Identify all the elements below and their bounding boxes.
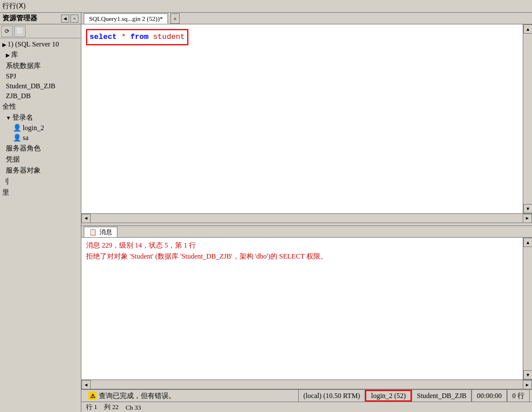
sidebar-pin-btn[interactable]: ◄ xyxy=(61,15,69,23)
results-panel: 📋 消息 消息 229，级别 14，状态 5，第 1 行 拒绝了对对象 'Stu… xyxy=(81,226,532,389)
sidebar-controls: ◄ × xyxy=(61,15,78,23)
results-messages: 消息 229，级别 14，状态 5，第 1 行 拒绝了对对象 'Student'… xyxy=(81,238,523,379)
hscroll-left-btn[interactable]: ◄ xyxy=(81,214,91,223)
results-content-row: 消息 229，级别 14，状态 5，第 1 行 拒绝了对对象 'Student'… xyxy=(81,238,532,379)
spj-label: SPJ xyxy=(6,72,16,81)
sidebar-tool-btn-1[interactable]: ⟳ xyxy=(1,26,13,37)
sidebar-close-btn[interactable]: × xyxy=(70,15,78,23)
close-tab-btn[interactable]: × xyxy=(170,13,180,24)
fuwujiaose-label: 服务器角色 xyxy=(6,144,41,153)
pingju-label: 凭据 xyxy=(6,155,20,164)
tree-item-fuwujiaose[interactable]: 服务器角色 xyxy=(1,143,80,154)
vscroll-up-btn[interactable]: ▲ xyxy=(523,24,532,34)
status-database: Student_DB_ZJB xyxy=(412,390,472,402)
error-line-2: 拒绝了对对象 'Student' (数据库 'Student_DB_ZJB'，架… xyxy=(86,251,518,262)
tab-label: SQLQuery1.sq...gin 2 (52))* xyxy=(89,15,163,22)
status-bar: ⚠ 查询已完成，但有错误。 (local) (10.50 RTM) login_… xyxy=(81,389,532,402)
expand-icon-denglu: ▼ xyxy=(6,115,11,121)
status-rows: 0 行 xyxy=(507,390,530,402)
col-indicator: 列 22 xyxy=(104,403,119,411)
sysdb-label: 系统数据库 xyxy=(6,61,41,71)
warning-icon: ⚠ xyxy=(88,392,97,400)
tab-bar: SQLQuery1.sq...gin 2 (52))* × xyxy=(81,13,532,24)
status-server: (local) (10.50 RTM) xyxy=(298,390,366,402)
tree-item-li[interactable]: 刂 xyxy=(1,176,80,187)
sa-label: sa xyxy=(23,134,28,142)
expand-icon: ▶ xyxy=(2,42,6,48)
li-label: 刂 xyxy=(2,177,9,187)
editor-wrapper: select * from student ▲ ▼ ◄ xyxy=(81,24,532,223)
tree-item-student-db[interactable]: Student_DB_ZJB xyxy=(1,81,80,91)
messages-tab-icon: 📋 xyxy=(89,228,97,236)
login2-label: login_2 xyxy=(23,124,44,132)
vscroll-down-btn[interactable]: ▼ xyxy=(523,204,532,213)
results-vscroll-down[interactable]: ▼ xyxy=(523,370,532,379)
sql-query-tab[interactable]: SQLQuery1.sq...gin 2 (52))* xyxy=(84,13,168,24)
sql-select-keyword: select xyxy=(90,33,117,41)
results-vscroll-track xyxy=(523,247,532,370)
row-indicator: 行 1 xyxy=(86,403,97,411)
tree-item-sa[interactable]: 👤 sa xyxy=(1,133,80,143)
sidebar-header: 资源管理器 ◄ × xyxy=(0,13,81,24)
tree-item-ku[interactable]: ▶ 库 xyxy=(1,49,80,60)
editor-row: select * from student ▲ ▼ xyxy=(81,24,532,213)
sql-editor[interactable]: select * from student xyxy=(81,24,523,213)
sql-code-box: select * from student xyxy=(86,29,188,45)
results-tab-bar: 📋 消息 xyxy=(81,226,532,238)
sidebar-tool-btn-2[interactable]: ⬜ xyxy=(14,26,26,37)
tree-item-login2[interactable]: 👤 login_2 xyxy=(1,123,80,133)
denglu-label: 登录名 xyxy=(12,113,33,123)
quanxing-label: 全性 xyxy=(2,102,16,112)
results-hscroll[interactable]: ◄ ► xyxy=(81,379,532,389)
results-vscroll-up[interactable]: ▲ xyxy=(523,238,532,247)
results-vscroll[interactable]: ▲ ▼ xyxy=(523,238,532,379)
tree-item-li2[interactable]: 里 xyxy=(1,187,80,198)
results-hscroll-track xyxy=(91,380,523,389)
tree-item-denglu[interactable]: ▼ 登录名 xyxy=(1,112,80,123)
zjb-db-label: ZJB_DB xyxy=(6,92,31,101)
coordinate-bar: 行 1 列 22 Ch 33 xyxy=(81,402,532,412)
sidebar-toolbar: ⟳ ⬜ xyxy=(0,24,81,38)
sql-star: * xyxy=(122,33,131,41)
messages-tab[interactable]: 📋 消息 xyxy=(84,227,117,237)
sidebar: 资源管理器 ◄ × ⟳ ⬜ ▶ 1) (SQL Server 10 ▶ 库 系统… xyxy=(0,13,81,412)
sidebar-tree: ▶ 1) (SQL Server 10 ▶ 库 系统数据库 SPJ Studen… xyxy=(0,38,81,412)
li2-label: 里 xyxy=(2,188,9,198)
tree-item-server[interactable]: ▶ 1) (SQL Server 10 xyxy=(1,40,80,49)
editor-content: select * from student xyxy=(81,24,523,50)
editor-vscroll[interactable]: ▲ ▼ xyxy=(523,24,532,213)
server-label: 1) (SQL Server 10 xyxy=(8,40,59,49)
ch-indicator: Ch 33 xyxy=(126,404,141,411)
expand-icon-2: ▶ xyxy=(6,52,10,58)
status-warning-area: ⚠ 查询已完成，但有错误。 xyxy=(84,391,298,401)
tree-item-pingju[interactable]: 凭据 xyxy=(1,154,80,165)
top-toolbar-label: 行行(Ⅹ) xyxy=(2,1,26,11)
status-time: 00:00:00 xyxy=(472,390,507,402)
sql-table-name: student xyxy=(153,33,185,41)
sql-from-keyword: from xyxy=(130,33,148,41)
hscroll-track xyxy=(91,214,523,223)
tree-item-fuwuduixiang[interactable]: 服务器对象 xyxy=(1,165,80,176)
sidebar-title: 资源管理器 xyxy=(2,13,37,23)
person-icon-login2: 👤 xyxy=(13,124,22,132)
status-login: login_2 (52) xyxy=(365,390,412,402)
top-toolbar: 行行(Ⅹ) xyxy=(0,0,532,13)
editor-hscroll[interactable]: ◄ ► xyxy=(81,213,532,223)
error-line-1: 消息 229，级别 14，状态 5，第 1 行 xyxy=(86,240,518,251)
content-area: SQLQuery1.sq...gin 2 (52))* × select * f… xyxy=(81,13,532,412)
vscroll-track xyxy=(523,34,532,204)
results-hscroll-right[interactable]: ► xyxy=(523,380,532,389)
tree-item-zjb-db[interactable]: ZJB_DB xyxy=(1,91,80,101)
fuwuduixiang-label: 服务器对象 xyxy=(6,166,41,175)
hscroll-right-btn[interactable]: ► xyxy=(523,214,532,223)
messages-tab-label: 消息 xyxy=(99,228,112,237)
results-hscroll-left[interactable]: ◄ xyxy=(81,380,91,389)
tree-item-sysdb[interactable]: 系统数据库 xyxy=(1,60,80,71)
ku-label: 库 xyxy=(11,50,18,60)
person-icon-sa: 👤 xyxy=(13,134,22,142)
warning-text: 查询已完成，但有错误。 xyxy=(99,391,176,401)
student-db-label: Student_DB_ZJB xyxy=(6,82,55,91)
tree-item-spj[interactable]: SPJ xyxy=(1,71,80,81)
tree-item-quanxing[interactable]: 全性 xyxy=(1,101,80,112)
